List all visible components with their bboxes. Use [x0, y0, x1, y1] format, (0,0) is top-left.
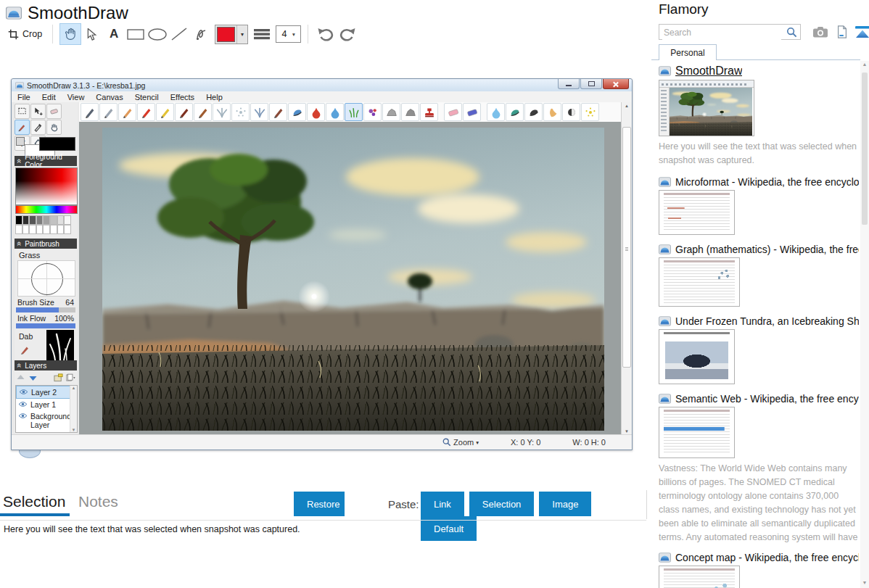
search-input[interactable]	[662, 25, 781, 40]
sparkle-tool	[581, 103, 599, 121]
paintbrush-header: « Paintbrush	[15, 239, 77, 249]
palette-swatch	[36, 225, 44, 234]
scrollbar-thumb[interactable]	[862, 73, 868, 225]
screenshot-viewport[interactable]: SmoothDraw 3.1.3 - E:\kresba1.jpg FileEd…	[11, 78, 633, 450]
snapshot-title[interactable]: Graph (mathematics) - Wikipedia, the fre…	[675, 244, 859, 255]
snapshot-icon	[659, 552, 671, 563]
ink-flow-value: 100%	[54, 314, 74, 323]
snapshot-thumbnail[interactable]	[659, 407, 735, 458]
brush-preview	[17, 260, 75, 297]
flower-tool	[363, 103, 382, 121]
tab-notes[interactable]: Notes	[78, 493, 118, 510]
sd-window-buttons	[558, 79, 629, 89]
scroll-down-icon[interactable]: ▼	[862, 579, 868, 587]
snapshot-title[interactable]: SmoothDraw	[675, 65, 742, 78]
thickness-button[interactable]	[251, 23, 273, 45]
snapshot-title[interactable]: Concept map - Wikipedia, the free encycl…	[675, 552, 859, 563]
snapshot-item[interactable]: Graph (mathematics) - Wikipedia, the fre…	[659, 244, 859, 307]
sd-maximize-button	[580, 79, 602, 89]
foreground-color-label: Foreground Color	[25, 153, 77, 169]
blue-eraser-tool	[463, 103, 481, 121]
snapshot-item[interactable]: Under Frozen Tundra, an Icebreaking Ship…	[659, 315, 859, 384]
freehand-tool-button[interactable]	[190, 23, 212, 45]
snapshot-list: SmoothDraw Here you will see the text th…	[659, 61, 859, 588]
restore-button[interactable]: Restore	[294, 492, 345, 516]
sd-menu-file: File	[12, 93, 36, 102]
palette-swatch	[22, 215, 30, 225]
ink-flow-label: Ink Flow	[17, 314, 46, 323]
snapshot-thumbnail[interactable]	[659, 329, 735, 384]
oval-pen-tool	[307, 103, 325, 121]
new-note-icon[interactable]	[834, 25, 850, 38]
sd-color-picker-tool	[30, 120, 46, 135]
snapshot-item[interactable]: Microformat - Wikipedia, the free encycl…	[659, 176, 859, 235]
sd-move-tool	[30, 104, 46, 119]
snapshot-thumbnail[interactable]	[659, 566, 740, 588]
snapshot-title[interactable]: Semantic Web - Wikipedia, the free encyc…	[675, 393, 859, 405]
tab-personal[interactable]: Personal	[659, 44, 717, 60]
crop-button[interactable]: Crop	[4, 23, 46, 45]
sidebar-scrollbar[interactable]: ▲ ▼	[860, 61, 869, 588]
collapse-icon: «	[16, 159, 23, 163]
search-icon[interactable]	[786, 27, 797, 38]
snapshot-thumbnail[interactable]	[659, 190, 735, 235]
sd-window-title: SmoothDraw 3.1.3 - E:\kresba1.jpg	[27, 81, 145, 90]
paste-image-button[interactable]: Image	[539, 492, 591, 516]
undo-button[interactable]	[315, 23, 337, 45]
toolbar-separator	[52, 25, 53, 44]
rock-tool	[382, 103, 400, 121]
snapshot-thumbnail[interactable]	[659, 257, 740, 307]
snapshot-title[interactable]: Under Frozen Tundra, an Icebreaking Ship…	[675, 315, 859, 327]
palette-swatch	[64, 225, 71, 234]
snapshot-thumbnail[interactable]	[659, 80, 754, 136]
pen-color-picker[interactable]: ▾	[215, 25, 248, 44]
sd-canvas-scrollbar: ▲ ▼	[621, 102, 632, 435]
brush-size-slider	[16, 307, 75, 312]
snapshot-title-row: Semantic Web - Wikipedia, the free encyc…	[659, 393, 859, 405]
redo-button[interactable]	[337, 23, 358, 45]
scroll-up-icon[interactable]: ▲	[862, 61, 868, 68]
snapshot-title[interactable]: Microformat - Wikipedia, the free encycl…	[675, 176, 859, 188]
size-value: 4	[276, 29, 292, 39]
ellipse-tool-button[interactable]	[147, 23, 168, 45]
snapshot-item[interactable]: Concept map - Wikipedia, the free encycl…	[659, 552, 859, 588]
search-box[interactable]	[659, 24, 801, 40]
snapshot-title-row: SmoothDraw	[659, 65, 859, 78]
flamory-arrow-icon[interactable]	[854, 25, 869, 38]
redo-icon	[339, 28, 356, 41]
fountain-pen-tool	[99, 103, 118, 121]
pen-tool	[81, 103, 99, 121]
tab-selection[interactable]: Selection	[3, 493, 65, 510]
snapshot-icon	[659, 244, 671, 254]
sd-eraser-tool	[46, 104, 62, 119]
brush-size-value: 64	[65, 298, 74, 307]
app-root: SmoothDraw Crop A	[0, 0, 869, 588]
swap-colors-icon	[16, 137, 25, 146]
text-tool-button[interactable]: A	[103, 23, 125, 45]
snapshot-item[interactable]: Semantic Web - Wikipedia, the free encyc…	[659, 393, 859, 543]
layers-toolbar	[16, 372, 75, 384]
paste-selection-button[interactable]: Selection	[469, 492, 534, 516]
finger-tool	[543, 103, 561, 121]
color-dropdown-arrow-icon[interactable]: ▾	[236, 25, 247, 44]
paste-label: Paste:	[388, 498, 419, 510]
pan-tool-button[interactable]	[59, 23, 81, 45]
select-tool-button[interactable]	[81, 23, 103, 45]
line-tool-button[interactable]	[168, 23, 190, 45]
snapshot-item[interactable]: SmoothDraw Here you will see the text th…	[659, 65, 859, 167]
paste-link-button[interactable]: Link	[421, 492, 464, 516]
collapse-icon: «	[16, 363, 23, 368]
sd-menu-bar: FileEditViewCanvasStencilEffectsHelp	[12, 91, 632, 103]
dab-preview	[46, 330, 74, 362]
size-dropdown[interactable]: 4 ▾	[276, 25, 301, 43]
new-layer-icon	[54, 373, 63, 382]
sd-menu-effects: Effects	[165, 93, 200, 102]
selection-text: Here you will see the text that was sele…	[4, 524, 511, 534]
angled-brush-tool	[269, 103, 287, 121]
thickness-icon	[254, 28, 270, 40]
snapshot-title-row: Microformat - Wikipedia, the free encycl…	[659, 176, 859, 188]
palette-swatch	[36, 215, 44, 225]
rectangle-tool-button[interactable]	[125, 23, 147, 45]
palette-swatch	[57, 225, 65, 234]
camera-icon[interactable]	[812, 25, 828, 38]
